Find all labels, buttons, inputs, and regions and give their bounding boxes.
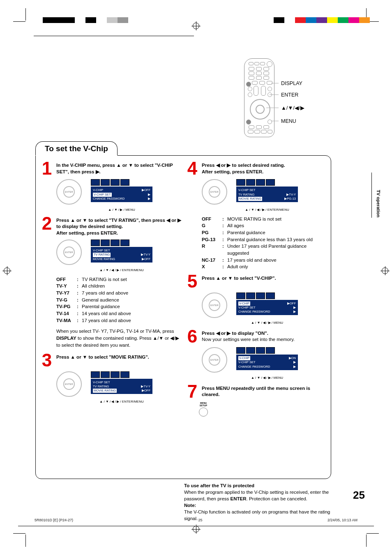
remote-illustration: DISPLAY ENTER ▲/▼/◀/▶ MENU bbox=[244, 58, 334, 140]
osd-4: V-CHIP SET TV RATING▶TV-Y MOVIE RATING▶P… bbox=[236, 179, 298, 211]
step-4-text: Press ◀ or ▶ to select desired rating.Af… bbox=[202, 161, 285, 175]
step-3-text: Press ▲ or ▼ to select "MOVIE RATING". bbox=[56, 352, 149, 361]
enter-dpad-icon bbox=[56, 179, 82, 205]
step-4-number: 4 bbox=[185, 161, 199, 176]
remote-label-arrows: ▲/▼/◀/▶ bbox=[281, 105, 304, 111]
step-5-text: Press ▲ or ▼ to select "V-CHIP". bbox=[202, 274, 276, 282]
section-title: To set the V-Chip bbox=[35, 141, 118, 156]
osd-2: V-CHIP SET TV RATING▶TV-Y MOVIE RATING▶O… bbox=[91, 240, 152, 272]
page-number: 25 bbox=[353, 489, 365, 502]
tv-rating-list: OFF:TV RATING is not setTV-Y:All childre… bbox=[56, 276, 181, 349]
enter-dpad-icon bbox=[202, 292, 227, 318]
osd-6: V-CHIP▶ON V-CHIP SET▶ CHANGE PASSWORD▶ ▲… bbox=[236, 347, 298, 379]
enter-dpad-icon bbox=[56, 240, 82, 265]
side-tab: TV operation bbox=[375, 187, 382, 220]
step-5-number: 5 bbox=[185, 274, 199, 289]
osd-3: V-CHIP SET TV RATING▶TV-Y MOVIE RATING▶O… bbox=[91, 371, 152, 403]
remote-label-enter: ENTER bbox=[281, 92, 298, 98]
step-2-text: Press ▲ or ▼ to select "TV RATING", then… bbox=[56, 216, 181, 237]
step-7-number: 7 bbox=[185, 384, 199, 399]
step-1-text: In the V-CHIP menu, press ▲ or ▼ to sele… bbox=[56, 161, 181, 175]
step-7-text: Press MENU repeatedly until the menu scr… bbox=[202, 384, 327, 398]
step-6-text: Press ◀ or ▶ to display "ON".Now your se… bbox=[202, 329, 295, 343]
footer: 5R80101D [E] (P24-27) 25 2/24/05, 10:13 … bbox=[35, 518, 357, 522]
step-2-number: 2 bbox=[40, 216, 54, 231]
tv-rating-note: When you select TV- Y7, TV-PG, TV-14 or … bbox=[56, 328, 181, 348]
enter-dpad-icon bbox=[202, 347, 227, 373]
remote-label-menu: MENU bbox=[281, 118, 296, 124]
osd-5: V-CHIP▶OFF V-CHIP SET▶ CHANGE PASSWORD▶ … bbox=[236, 292, 298, 325]
step-3-number: 3 bbox=[40, 352, 54, 368]
movie-rating-list: OFF:MOVIE RATING is not setG:All agesPG:… bbox=[202, 216, 327, 270]
colorbar-right bbox=[274, 17, 370, 23]
enter-dpad-icon bbox=[56, 371, 82, 397]
remote-label-display: DISPLAY bbox=[281, 81, 302, 86]
after-protected: To use after the TV is protected When th… bbox=[184, 482, 331, 522]
colorbar-left bbox=[43, 17, 139, 23]
step-6-number: 6 bbox=[185, 329, 199, 344]
osd-1: V-CHIP▶OFF V-CHIP SET▶ CHANGE PASSWORD▶ … bbox=[91, 179, 152, 211]
step-1-number: 1 bbox=[40, 161, 54, 176]
menu-setup-button-icon: MENU SETUP bbox=[198, 402, 208, 417]
enter-dpad-icon bbox=[202, 179, 227, 205]
